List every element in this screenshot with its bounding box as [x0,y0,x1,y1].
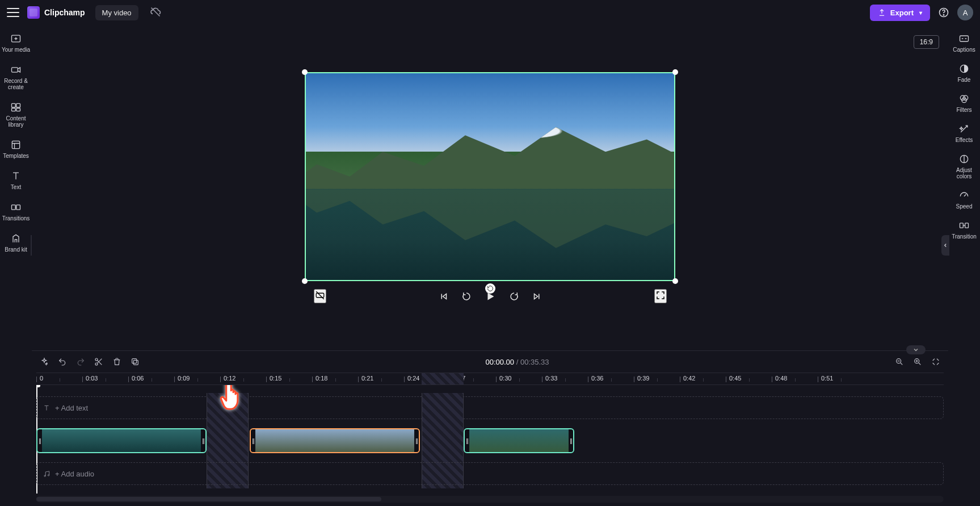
rrail-effects[interactable]: Effects [949,120,979,147]
redo-button[interactable] [76,357,85,366]
timeline-ruler[interactable]: 00:030:060:090:120:150:180:210:240:270:3… [36,373,944,385]
account-avatar[interactable]: A [957,5,973,20]
skip-start-button[interactable] [439,291,449,302]
clip-trim-right[interactable]: ‖ [569,429,573,452]
back-5-icon [461,291,472,302]
rotate-handle[interactable] [485,283,495,294]
fullscreen-button[interactable] [654,289,667,303]
fwd-5-icon [509,291,519,302]
skip-fwd-icon [532,291,542,302]
rail-your-media[interactable]: Your media [1,30,31,56]
rrail-speed[interactable]: Speed [949,186,979,213]
svg-point-1 [943,15,944,15]
step-fwd-button[interactable] [509,291,519,302]
timeline-scroll[interactable] [36,496,944,503]
svg-rect-22 [133,360,138,365]
media-plus-icon [10,33,22,44]
scroll-thumb[interactable] [36,497,381,501]
svg-rect-10 [16,205,20,210]
sparkle-icon [40,357,49,366]
duplicate-icon [131,357,140,366]
right-rail-expand[interactable] [941,235,949,256]
clipchamp-logo-icon [27,6,40,19]
rail-text[interactable]: Text [1,167,31,194]
selection-handle-tr[interactable] [672,69,678,75]
redo-icon [76,357,85,366]
brand[interactable]: Clipchamp [27,6,85,19]
text-icon [43,404,51,412]
rrail-transition[interactable]: Transition [949,216,979,243]
auto-compose-button[interactable] [40,357,49,366]
clip-trim-left[interactable]: ‖ [37,429,42,452]
zoom-out-icon [895,357,904,366]
selection-handle-tl[interactable] [302,69,308,75]
undo-button[interactable] [58,357,67,366]
clip-trim-left[interactable]: ‖ [251,429,255,452]
menu-button[interactable] [7,8,19,17]
svg-rect-23 [132,359,137,363]
clip-trim-left[interactable]: ‖ [465,429,469,452]
preview-canvas[interactable] [305,72,675,281]
rail-content-library[interactable]: Content library [1,98,31,131]
delete-button[interactable] [112,357,121,366]
project-title[interactable]: My video [95,5,138,20]
zoom-out-button[interactable] [895,357,904,366]
rail-record-create[interactable]: Record & create [1,61,31,94]
video-track[interactable]: ‖ ‖ ‖ ‖ ‖ ‖ [36,427,944,454]
rrail-adjust-colors[interactable]: Adjust colors [949,150,979,183]
clip-trim-right[interactable]: ‖ [201,429,205,452]
rrail-captions[interactable]: Captions [949,30,979,56]
video-clip-3[interactable]: ‖ ‖ [464,428,574,453]
split-button[interactable] [94,357,103,366]
svg-rect-5 [16,103,20,107]
fit-button[interactable] [931,357,940,366]
selection-handle-bl[interactable] [302,278,308,284]
aspect-ratio-button[interactable]: 16:9 [914,35,939,49]
rrail-fade[interactable]: Fade [949,60,979,86]
chevron-down-icon: ▾ [919,10,922,16]
audio-track[interactable]: + Add audio [36,462,944,485]
cloud-off-icon[interactable] [150,6,161,19]
filters-icon [958,93,970,104]
timeline-collapse-button[interactable] [906,345,926,354]
svg-rect-8 [12,141,19,148]
svg-rect-12 [960,36,969,41]
video-clip-1[interactable]: ‖ ‖ [36,428,207,453]
skip-back-icon [439,291,449,302]
text-track[interactable]: + Add text [36,396,944,419]
time-total: 00:35.33 [520,358,549,366]
chevron-left-icon [943,242,948,248]
timeline-panel: 00:00.00 / 00:35.33 00:030:060:090:120:1… [32,350,948,506]
zoom-in-button[interactable] [913,357,922,366]
hand-cursor-illustration [217,385,246,413]
rrail-filters[interactable]: Filters [949,90,979,116]
video-clip-2[interactable]: ‖ ‖ [250,428,420,453]
rotate-icon [487,285,494,292]
clip-trim-right[interactable]: ‖ [414,429,419,452]
music-icon [43,470,51,478]
library-icon [10,102,22,113]
top-bar: Clipchamp My video Export ▾ A [0,0,980,25]
captions-icon [958,33,970,44]
rail-transitions[interactable]: Transitions [1,198,31,225]
trash-icon [112,357,121,366]
rail-templates[interactable]: Templates [1,136,31,162]
help-button[interactable] [936,5,952,20]
keyboard-off-icon [315,290,325,300]
upload-icon [878,9,886,16]
right-rail: Captions Fade Filters Effects Adjust col… [948,25,980,506]
audio-track-hint: + Add audio [43,470,94,478]
step-back-button[interactable] [461,291,472,302]
scissors-icon [94,357,103,366]
duplicate-button[interactable] [131,357,140,366]
rail-brand-kit[interactable]: Brand kit [1,229,31,256]
fit-icon [931,357,940,366]
hide-controls-button[interactable] [314,289,326,303]
camera-icon [10,64,22,76]
svg-rect-3 [12,68,18,72]
export-button[interactable]: Export ▾ [870,5,930,21]
playback-time: 00:00.00 / 00:35.33 [149,358,886,366]
fullscreen-icon [655,290,666,300]
selection-handle-br[interactable] [672,278,678,284]
skip-end-button[interactable] [532,291,542,302]
